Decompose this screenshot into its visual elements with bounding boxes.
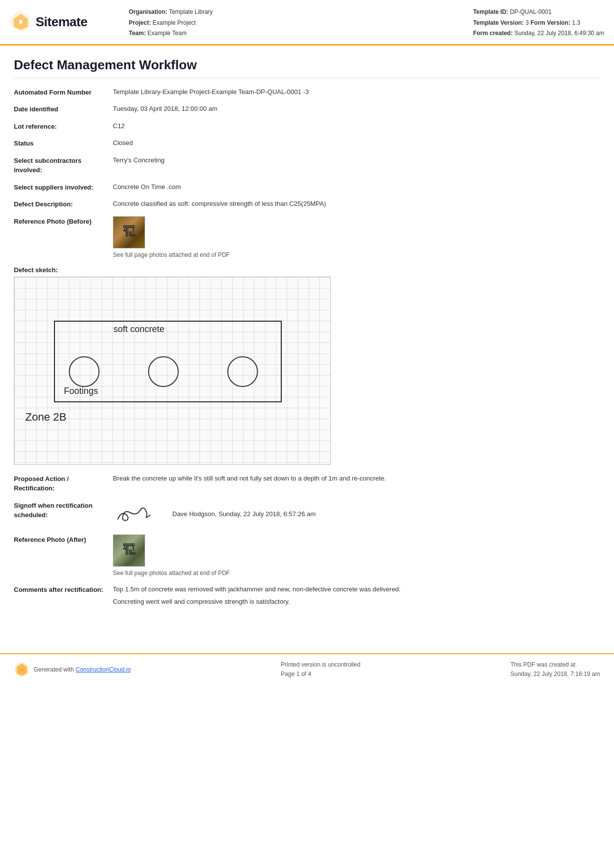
field-lot-reference: Lot reference: C12	[14, 121, 600, 132]
header: Sitemate Organisation: Template Library …	[0, 0, 614, 46]
select-suppliers-value: Concrete On Time .com	[113, 182, 600, 192]
comments-value-2: Concreting went well and compressive str…	[113, 597, 600, 607]
lot-reference-label: Lot reference:	[14, 121, 113, 132]
footer-center-line1: Printed version is uncontrolled	[281, 660, 360, 670]
signoff-person: Dave Hodgson, Sunday, 22 July 2018, 6:57…	[172, 509, 316, 519]
date-identified-label: Date identified	[14, 104, 113, 114]
signoff-label: Signoff when rectification scheduled:	[14, 500, 113, 520]
footer-right-line1: This PDF was created at	[511, 660, 600, 670]
project-label: Project:	[129, 19, 151, 26]
reference-photo-before-area: See full page photos attached at end of …	[113, 216, 600, 259]
field-automated-form-number: Automated Form Number Template Library-E…	[14, 87, 600, 97]
sketch-circle-1	[69, 356, 100, 387]
team-label: Team:	[129, 30, 146, 37]
logo-text: Sitemate	[36, 14, 87, 30]
comments-value-1: Top 1.5m of concrete was removed with ja…	[113, 584, 600, 594]
org-value: Template Library	[169, 8, 213, 15]
template-id-label: Template ID:	[473, 8, 508, 15]
defect-sketch-box: soft concrete Footings Zone 2B	[14, 277, 331, 465]
reference-photo-before-label: Reference Photo (Before)	[14, 216, 113, 227]
project-value: Example Project	[153, 19, 196, 26]
sketch-soft-concrete-label: soft concrete	[113, 324, 164, 335]
field-status: Status Closed	[14, 138, 600, 148]
comments-label: Comments after rectification:	[14, 584, 113, 595]
reference-photo-after-label: Reference Photo (After)	[14, 534, 113, 545]
header-meta-right: Template ID: DP-QUAL-0001 Template Versi…	[473, 7, 604, 39]
org-label: Organisation:	[129, 8, 167, 15]
automated-form-number-value: Template Library-Example Project-Example…	[113, 87, 600, 97]
form-created-value: Sunday, 22 July 2018, 6:49:30 am	[514, 30, 604, 37]
header-metadata: Organisation: Template Library Project: …	[109, 5, 604, 39]
reference-photo-after-area: See full page photos attached at end of …	[113, 534, 600, 578]
field-select-suppliers: Select suppliers involved: Concrete On T…	[14, 182, 600, 193]
sitemate-logo-icon	[10, 11, 32, 33]
automated-form-number-label: Automated Form Number	[14, 87, 113, 97]
defect-description-label: Defect Description:	[14, 199, 113, 209]
select-suppliers-label: Select suppliers involved:	[14, 182, 113, 193]
reference-photo-after-thumbnail	[113, 534, 145, 567]
reference-photo-before-caption: See full page photos attached at end of …	[113, 250, 600, 259]
select-subcontractors-value: Terry's Concreting	[113, 155, 600, 165]
field-select-subcontractors: Select subcontractors involved: Terry's …	[14, 155, 600, 175]
template-id-value: DP-QUAL-0001	[510, 8, 552, 15]
form-version-label: Form Version:	[530, 19, 570, 26]
footer-center: Printed version is uncontrolled Page 1 o…	[281, 660, 360, 679]
main-content: Defect Management Workflow Automated For…	[0, 46, 614, 633]
signature-area: Dave Hodgson, Sunday, 22 July 2018, 6:57…	[113, 500, 600, 528]
field-date-identified: Date identified Tuesday, 03 April 2018, …	[14, 104, 600, 114]
reference-photo-before-thumbnail	[113, 216, 145, 248]
sketch-zone-label: Zone 2B	[25, 411, 66, 424]
field-reference-photo-before: Reference Photo (Before) See full page p…	[14, 216, 600, 259]
select-subcontractors-label: Select subcontractors involved:	[14, 155, 113, 175]
date-identified-value: Tuesday, 03 April 2018, 12:00:00 am	[113, 104, 600, 114]
template-version-value: 3	[525, 19, 529, 26]
proposed-action-label: Proposed Action / Rectification:	[14, 474, 113, 493]
team-value: Example Team	[148, 30, 187, 37]
sketch-footings-label: Footings	[64, 386, 98, 396]
defect-sketch-label: Defect sketch:	[14, 266, 600, 274]
footer-logo-area: Generated with ConstructionCloud.io	[14, 662, 131, 677]
signoff-area: Dave Hodgson, Sunday, 22 July 2018, 6:57…	[113, 500, 600, 528]
field-signoff: Signoff when rectification scheduled: Da…	[14, 500, 600, 528]
svg-point-1	[19, 20, 23, 24]
sketch-content: soft concrete Footings Zone 2B	[14, 277, 330, 464]
footer-logo-icon	[14, 662, 30, 677]
field-reference-photo-after: Reference Photo (After) See full page ph…	[14, 534, 600, 578]
svg-point-3	[20, 668, 23, 671]
proposed-action-value: Break the concrete up while it's still s…	[113, 474, 600, 483]
comments-area: Top 1.5m of concrete was removed with ja…	[113, 584, 600, 607]
field-comments: Comments after rectification: Top 1.5m o…	[14, 584, 600, 607]
footer: Generated with ConstructionCloud.io Prin…	[0, 653, 614, 685]
footer-right-line2: Sunday, 22 July 2018, 7:16:19 am	[511, 670, 600, 679]
header-meta-left: Organisation: Template Library Project: …	[129, 7, 213, 39]
footer-center-line2: Page 1 of 4	[281, 670, 360, 679]
construction-cloud-link[interactable]: ConstructionCloud.io	[76, 666, 131, 673]
field-proposed-action: Proposed Action / Rectification: Break t…	[14, 474, 600, 493]
template-version-label: Template Version:	[473, 19, 523, 26]
logo-area: Sitemate	[10, 5, 109, 39]
reference-photo-after-caption: See full page photos attached at end of …	[113, 569, 600, 578]
footer-right: This PDF was created at Sunday, 22 July …	[511, 660, 600, 679]
generated-text: Generated with	[34, 666, 74, 673]
defect-description-value: Concrete classified as soft: compressive…	[113, 199, 600, 209]
form-version-value: 1.3	[572, 19, 580, 26]
status-value: Closed	[113, 138, 600, 148]
sketch-circle-3	[227, 356, 258, 387]
signature-svg	[113, 500, 157, 528]
sketch-circle-2	[148, 356, 179, 387]
status-label: Status	[14, 138, 113, 148]
defect-sketch-section: Defect sketch: soft concrete Footings Zo…	[14, 266, 600, 465]
page-title: Defect Management Workflow	[14, 57, 600, 78]
signature-image	[113, 500, 157, 528]
form-created-label: Form created:	[473, 30, 512, 37]
lot-reference-value: C12	[113, 121, 600, 131]
footer-generated-text: Generated with ConstructionCloud.io	[34, 666, 131, 673]
field-defect-description: Defect Description: Concrete classified …	[14, 199, 600, 209]
